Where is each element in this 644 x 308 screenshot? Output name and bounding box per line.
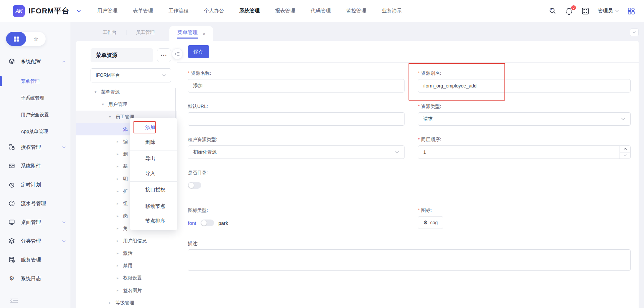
resource-form: *资源名称: *资源别名: 默认URL: *资源类型: bbox=[177, 63, 639, 272]
nav-item-personal-office[interactable]: 个人办公 bbox=[196, 8, 232, 14]
sidebar-group-serial-number[interactable]: 流水号管理 bbox=[0, 196, 70, 211]
nav-item-workflow[interactable]: 工作流程 bbox=[161, 8, 196, 14]
tree-node[interactable]: ▸等级管理 bbox=[76, 297, 177, 308]
tree-node[interactable]: ▸用户组信息 bbox=[76, 235, 177, 247]
nav-item-reports[interactable]: 报表管理 bbox=[267, 8, 303, 14]
sidebar-group-category-management[interactable]: 分类管理 bbox=[0, 234, 70, 248]
caret-right-icon[interactable]: ▸ bbox=[117, 148, 123, 160]
save-button[interactable]: 保存 bbox=[188, 45, 209, 58]
caret-right-icon[interactable]: ▸ bbox=[117, 173, 123, 185]
caret-right-icon[interactable]: ▸ bbox=[117, 235, 123, 247]
resource-name-input[interactable] bbox=[188, 79, 405, 93]
tree-node[interactable]: ▸签名图片 bbox=[76, 284, 177, 297]
search-icon[interactable] bbox=[548, 7, 556, 15]
nav-item-code[interactable]: 代码管理 bbox=[303, 8, 338, 14]
sidebar-group-system-config[interactable]: 系统配置 bbox=[0, 54, 70, 69]
context-menu-item-delete[interactable]: 删除 bbox=[130, 135, 177, 149]
tenant-resource-type-select[interactable]: 初始化资源 bbox=[188, 145, 405, 159]
sidebar: ☆ 系统配置 菜单管理 子系统管理 用户安全设置 App菜单管理 授权管理 bbox=[0, 22, 70, 308]
sidebar-item-user-security[interactable]: 用户安全设置 bbox=[0, 106, 70, 123]
caret-right-icon[interactable]: ▸ bbox=[117, 259, 123, 272]
required-mark: * bbox=[418, 207, 420, 213]
sidebar-group-authorization[interactable]: 授权管理 bbox=[0, 140, 70, 155]
sidebar-group-system-attachments[interactable]: 系统附件 bbox=[0, 159, 70, 173]
sidebar-item-subsystem-management[interactable]: 子系统管理 bbox=[0, 89, 70, 106]
tree-node-label: 权限设置 bbox=[123, 272, 142, 284]
context-menu-item-move-node[interactable]: 移动节点 bbox=[130, 199, 177, 213]
is-directory-toggle[interactable] bbox=[188, 182, 201, 189]
app-select[interactable]: IFORM平台 bbox=[91, 68, 171, 82]
caret-right-icon[interactable]: ▸ bbox=[117, 210, 123, 222]
caret-down-icon[interactable]: ▾ bbox=[102, 98, 108, 111]
caret-right-icon[interactable]: ▸ bbox=[117, 160, 123, 173]
panel-collapse-button[interactable] bbox=[172, 48, 183, 59]
sidebar-group-system-logs[interactable]: ⚙ 系统日志 bbox=[0, 271, 70, 286]
caret-right-icon[interactable]: ▸ bbox=[117, 222, 123, 235]
more-actions-button[interactable]: ··· bbox=[157, 48, 171, 62]
caret-right-icon[interactable]: ▸ bbox=[117, 185, 123, 197]
sidebar-item-app-menu-management[interactable]: App菜单管理 bbox=[0, 123, 70, 140]
tree-node[interactable]: ▾菜单资源 bbox=[76, 86, 177, 98]
star-icon[interactable]: ☆ bbox=[26, 36, 46, 43]
sidebar-group-label: 定时计划 bbox=[21, 182, 41, 188]
field-resource-name: *资源名称: bbox=[188, 70, 405, 93]
caret-down-icon[interactable]: ▾ bbox=[109, 111, 115, 123]
caret-right-icon[interactable]: ▸ bbox=[117, 135, 123, 148]
sidebar-group-service-management[interactable]: 服务管理 bbox=[0, 252, 70, 267]
nav-item-system-management[interactable]: 系统管理 bbox=[232, 8, 267, 14]
notifications-bell-icon[interactable]: 0 bbox=[565, 7, 573, 15]
tab-menu-management[interactable]: 菜单管理 × bbox=[169, 26, 213, 41]
grid-view-button[interactable] bbox=[6, 32, 26, 46]
caret-right-icon[interactable]: ▸ bbox=[109, 297, 115, 308]
resource-alias-input[interactable] bbox=[418, 79, 631, 93]
chevron-down-icon bbox=[621, 118, 625, 120]
default-url-input[interactable] bbox=[188, 112, 405, 126]
tree-node[interactable]: ▸激活 bbox=[76, 247, 177, 259]
sidebar-item-menu-management[interactable]: 菜单管理 bbox=[0, 73, 70, 89]
context-menu-item-add[interactable]: 添加 bbox=[130, 120, 177, 135]
sidebar-group-scheduled-tasks[interactable]: 定时计划 bbox=[0, 177, 70, 192]
user-menu[interactable]: 管理员 bbox=[598, 8, 619, 14]
icon-type-toggle[interactable] bbox=[201, 220, 214, 226]
resource-type-select[interactable]: 请求 bbox=[418, 112, 631, 126]
tree-node[interactable]: ▾用户管理 bbox=[76, 98, 177, 111]
context-menu-item-sort-nodes[interactable]: 节点排序 bbox=[130, 213, 177, 228]
tree-node-label: 菜单资源 bbox=[101, 86, 120, 98]
tree-node-label: 签名图片 bbox=[123, 284, 142, 297]
caret-down-icon[interactable]: ▾ bbox=[95, 86, 101, 98]
tree-node-label: 用户管理 bbox=[108, 98, 127, 111]
tab-employee-management[interactable]: 员工管理 bbox=[136, 29, 155, 36]
caret-right-icon[interactable]: ▸ bbox=[117, 284, 123, 297]
sidebar-collapse-icon[interactable] bbox=[9, 297, 19, 304]
sibling-order-input[interactable] bbox=[418, 145, 631, 159]
tab-label: 菜单管理 bbox=[177, 28, 198, 39]
nav-item-users[interactable]: 用户管理 bbox=[90, 8, 125, 14]
tree-node[interactable]: ▸禁用 bbox=[76, 259, 177, 272]
tree-node[interactable]: ▸权限设置 bbox=[76, 272, 177, 284]
tree-node-label: 删 bbox=[123, 148, 128, 160]
nav-item-forms[interactable]: 表单管理 bbox=[125, 8, 161, 14]
sidebar-group-desktop-management[interactable]: 桌面管理 bbox=[0, 215, 70, 230]
close-icon[interactable]: × bbox=[203, 31, 206, 37]
fullscreen-icon[interactable] bbox=[581, 7, 589, 15]
description-textarea[interactable] bbox=[188, 249, 631, 271]
caret-right-icon[interactable]: ▸ bbox=[117, 272, 123, 284]
caret-right-icon[interactable]: ▸ bbox=[117, 197, 123, 210]
sidebar-group-label: 服务管理 bbox=[21, 257, 41, 263]
context-menu-item-import[interactable]: 导入 bbox=[130, 166, 177, 181]
context-menu-label: 接口授权 bbox=[145, 187, 165, 192]
database-icon bbox=[8, 256, 15, 263]
context-menu-item-export[interactable]: 导出 bbox=[130, 151, 177, 166]
chevron-down-icon[interactable] bbox=[77, 10, 81, 12]
stepper-down-button[interactable] bbox=[620, 152, 630, 159]
caret-right-icon[interactable]: ▸ bbox=[117, 247, 123, 259]
context-menu-item-api-authorization[interactable]: 接口授权 bbox=[130, 182, 177, 197]
stepper-up-button[interactable] bbox=[620, 146, 630, 152]
icon-picker-button[interactable]: ⚙ cog bbox=[418, 216, 443, 229]
tab-workbench[interactable]: 工作台 bbox=[103, 29, 117, 36]
app-select-value: IFORM平台 bbox=[96, 72, 120, 78]
apps-grid-icon[interactable] bbox=[627, 7, 635, 15]
tab-options-button[interactable] bbox=[630, 28, 639, 36]
nav-item-monitor[interactable]: 监控管理 bbox=[338, 8, 374, 14]
nav-item-business-demo[interactable]: 业务演示 bbox=[374, 8, 410, 14]
